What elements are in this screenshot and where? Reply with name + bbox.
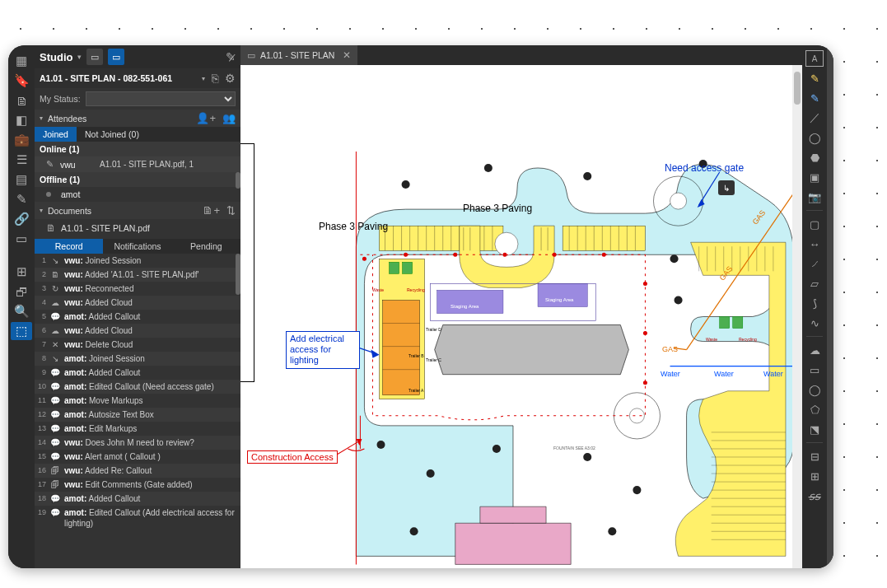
window-scrollbar[interactable] xyxy=(827,45,833,568)
close-icon[interactable]: ✕ xyxy=(343,49,351,61)
svg-point-78 xyxy=(643,332,647,335)
layers-icon[interactable]: ◧ xyxy=(11,111,32,129)
polylength-icon[interactable]: ⟋ xyxy=(805,255,824,272)
record-row[interactable]: 7✕vwu: Delete Cloud xyxy=(35,338,240,352)
record-row[interactable]: 15💬vwu: Alert amot ( Callout ) xyxy=(35,450,240,464)
svg-point-91 xyxy=(427,469,435,478)
chevron-down-icon[interactable]: ▾ xyxy=(77,53,82,61)
polygon-tool-icon[interactable]: ⬠ xyxy=(805,401,824,418)
crop-tool-icon[interactable]: ▢ xyxy=(805,216,824,232)
form-icon[interactable]: ▤ xyxy=(11,170,32,189)
row-message: Edited Callout (Add electrical access fo… xyxy=(64,508,235,528)
row-type-icon: ↘ xyxy=(50,255,60,266)
signatures-icon[interactable]: ✎ xyxy=(11,190,32,208)
ellipse-tool-icon[interactable]: ◯ xyxy=(805,381,824,398)
pen-tool-icon[interactable]: ✎ xyxy=(805,70,824,86)
tab-joined[interactable]: Joined xyxy=(35,127,77,142)
camera-tool-icon[interactable]: 📷 xyxy=(805,189,824,205)
projects-button[interactable]: ▭ xyxy=(86,49,103,65)
svg-rect-16 xyxy=(383,300,420,394)
record-row[interactable]: 2🗎vwu: Added 'A1.01 - SITE PLAN.pdf' xyxy=(35,268,240,282)
svg-point-89 xyxy=(699,160,707,168)
row-user: amot: xyxy=(64,354,86,363)
image-tool-icon[interactable]: ▣ xyxy=(805,169,824,185)
studio-icon[interactable]: ⬚ xyxy=(11,322,32,340)
record-row[interactable]: 5💬amot: Added Callout xyxy=(35,310,240,324)
cloud-tool-icon[interactable]: ☁ xyxy=(805,342,824,358)
record-row[interactable]: 1↘vwu: Joined Session xyxy=(35,254,240,268)
toggle-2-icon[interactable]: ⊞ xyxy=(805,468,824,484)
attendees-header[interactable]: ▾ Attendees 👤+ 👥 xyxy=(35,110,240,127)
tab-notifications[interactable]: Notifications xyxy=(103,239,171,254)
record-row[interactable]: 6☁vwu: Added Cloud xyxy=(35,324,240,338)
record-row[interactable]: 19💬amot: Edited Callout (Add electrical … xyxy=(35,506,240,530)
record-list[interactable]: 1↘vwu: Joined Session2🗎vwu: Added 'A1.01… xyxy=(35,254,240,568)
row-message: Added Cloud xyxy=(85,326,133,335)
attendee-row[interactable]: ✎ vwu A1.01 - SITE PLAN.pdf, 1 xyxy=(35,156,240,172)
svg-point-92 xyxy=(493,445,501,453)
canvas-scrollbar[interactable] xyxy=(792,65,802,568)
record-row[interactable]: 13💬amot: Edit Markups xyxy=(35,422,240,436)
bookmarks-icon[interactable]: 🔖 xyxy=(11,72,32,90)
record-row[interactable]: 17🗐vwu: Edit Comments (Gate added) xyxy=(35,478,240,492)
tab-not-joined[interactable]: Not Joined (0) xyxy=(77,127,147,142)
tool-a-icon[interactable]: ⊞ xyxy=(11,263,32,281)
tab-record[interactable]: Record xyxy=(35,239,103,254)
photo-badge-icon[interactable]: ↳ xyxy=(718,180,735,195)
record-row[interactable]: 18💬amot: Added Callout xyxy=(35,492,240,506)
callout-tool-icon[interactable]: ⬔ xyxy=(805,421,824,437)
add-doc-icon[interactable]: 🗎+ xyxy=(203,204,220,217)
record-row[interactable]: 9💬amot: Added Callout xyxy=(35,366,240,380)
invite-icon[interactable]: 👤+ xyxy=(196,112,216,124)
record-row[interactable]: 4☁vwu: Added Cloud xyxy=(35,296,240,310)
measure-tool-icon[interactable]: ↔ xyxy=(805,236,824,252)
row-type-icon: 💬 xyxy=(50,367,60,378)
record-row[interactable]: 3↻vwu: Reconnected xyxy=(35,282,240,296)
callout-add-electrical[interactable]: Add electrical access for lighting xyxy=(286,331,360,369)
thumbnails-icon[interactable]: ▦ xyxy=(11,52,32,70)
follow-icon[interactable]: 👥 xyxy=(222,112,236,124)
page-icon[interactable]: 🗎 xyxy=(11,91,32,110)
arc-tool-icon[interactable]: ⟆ xyxy=(805,295,824,311)
search-icon[interactable]: 🔍 xyxy=(11,302,32,320)
document-canvas[interactable]: Phase 3 Paving Phase 3 Paving Need acces… xyxy=(240,65,802,568)
curve-tool-icon[interactable]: ∿ xyxy=(805,315,824,331)
chevron-down-icon[interactable]: ▾ xyxy=(202,75,205,82)
sort-icon[interactable]: ⇅ xyxy=(226,204,236,217)
highlighter-tool-icon[interactable]: ✎ xyxy=(805,90,824,106)
text-tool-icon[interactable]: A xyxy=(805,50,824,67)
record-row[interactable]: 16🗐vwu: Added Re: Callout xyxy=(35,464,240,478)
settings-icon[interactable]: ⚙ xyxy=(225,72,236,85)
doc-tab[interactable]: ▭ A1.01 - SITE PLAN ✕ xyxy=(240,45,357,65)
line-tool-icon[interactable]: ／ xyxy=(805,110,824,126)
row-user: amot: xyxy=(64,382,86,391)
strikethrough-icon[interactable]: s̶s̶ xyxy=(805,488,824,504)
toggle-1-icon[interactable]: ⊟ xyxy=(805,448,824,464)
shapes-tool-icon[interactable]: ◯ xyxy=(805,129,824,146)
pin-icon[interactable]: ✎̷ xyxy=(226,50,236,63)
attendee-row-offline[interactable]: amot xyxy=(35,187,240,202)
drawer-icon[interactable]: ▭ xyxy=(11,230,32,248)
sessions-button[interactable]: ▭ xyxy=(108,49,124,65)
record-row[interactable]: 8↘amot: Joined Session xyxy=(35,352,240,366)
document-item[interactable]: 🗎 A1.01 - SITE PLAN.pdf xyxy=(35,219,240,237)
compare-icon[interactable]: 🗗 xyxy=(11,282,32,301)
tab-pending[interactable]: Pending xyxy=(172,239,240,254)
briefcase-icon[interactable]: 💼 xyxy=(11,131,32,149)
area-tool-icon[interactable]: ▱ xyxy=(805,275,824,292)
svg-point-71 xyxy=(362,257,366,260)
separator xyxy=(806,442,823,443)
status-select[interactable] xyxy=(86,91,236,106)
stamp-tool-icon[interactable]: ⬣ xyxy=(805,149,824,166)
record-row[interactable]: 12💬amot: Autosize Text Box xyxy=(35,408,240,422)
record-row[interactable]: 10💬amot: Edited Callout (Need access gat… xyxy=(35,380,240,394)
separator xyxy=(806,210,823,211)
rectangle-tool-icon[interactable]: ▭ xyxy=(805,362,824,378)
record-row[interactable]: 11💬amot: Move Markups xyxy=(35,394,240,408)
links-icon[interactable]: 🔗 xyxy=(11,210,32,228)
record-row[interactable]: 14💬vwu: Does John M need to review? xyxy=(35,436,240,450)
properties-icon[interactable]: ☰ xyxy=(11,151,32,169)
svg-rect-69 xyxy=(733,317,743,329)
documents-header[interactable]: ▾ Documents 🗎+ ⇅ xyxy=(35,202,240,219)
leave-icon[interactable]: ⎘ xyxy=(212,72,218,85)
